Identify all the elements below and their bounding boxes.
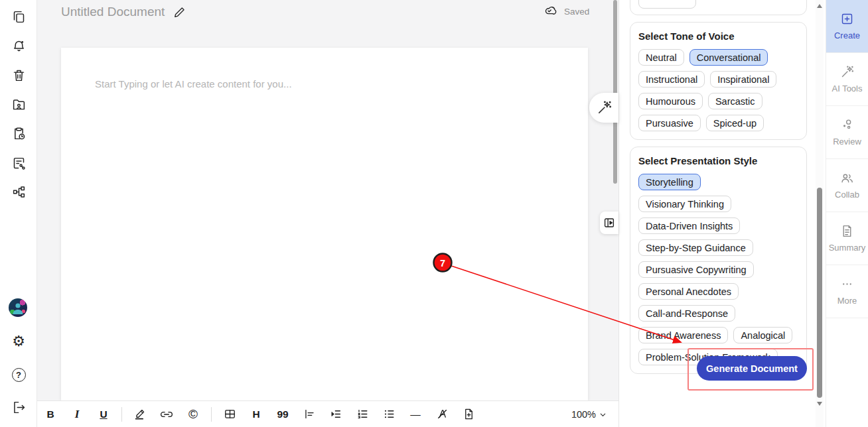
previous-options-card (630, 0, 807, 15)
panel-scrollbar-thumb[interactable] (817, 188, 822, 398)
settings-gear-icon[interactable]: ⚙ (10, 333, 27, 350)
rail-tab-collab[interactable]: Collab (826, 159, 868, 212)
chevron-down-icon (599, 411, 607, 418)
toolbar-divider (121, 407, 122, 422)
tone-chip-conversational[interactable]: Conversational (689, 49, 768, 66)
presentation-style-card: Select Presentation Style Storytelling V… (630, 147, 807, 374)
ai-wand-button[interactable] (589, 93, 618, 123)
generate-document-button[interactable]: Generate Document (697, 356, 807, 381)
tone-card-title: Select Tone of Voice (638, 30, 798, 42)
trash-icon[interactable] (10, 66, 27, 84)
table-button[interactable] (221, 406, 238, 423)
document-workflow-icon[interactable] (10, 154, 27, 172)
rail-tab-create[interactable]: Create (826, 0, 868, 53)
document-options-panel: Select Tone of Voice Neutral Conversatio… (618, 0, 826, 427)
italic-button[interactable]: I (68, 406, 86, 423)
document-title[interactable]: Untitled Document (61, 5, 165, 19)
right-rail: Create AI Tools Review Collab Summary Mo… (826, 0, 868, 427)
panel-toggle-button[interactable] (600, 212, 618, 234)
style-chip-step-by-step-guidance[interactable]: Step-by-Step Guidance (638, 239, 753, 256)
folder-profile-icon[interactable] (10, 96, 27, 113)
style-chip-call-and-response[interactable]: Call-and-Response (638, 305, 735, 322)
indent-button[interactable] (327, 406, 344, 423)
horizontal-rule-button[interactable]: — (407, 406, 424, 423)
app-window: ⚙ ? Untitled Document Saved Start Typing… (0, 0, 868, 427)
highlight-button[interactable] (131, 406, 149, 423)
saved-label: Saved (564, 7, 589, 17)
style-chip-data-driven-insights[interactable]: Data-Driven Insights (638, 217, 740, 234)
copyright-button[interactable]: © (184, 406, 202, 423)
help-icon[interactable]: ? (10, 366, 27, 383)
underline-glyph: U (100, 408, 107, 420)
review-dots-icon (840, 118, 854, 132)
tone-chip-instructional[interactable]: Instructional (638, 71, 705, 88)
style-chip-brand-awareness[interactable]: Brand Awareness (638, 327, 728, 343)
people-icon (840, 171, 854, 185)
bold-button[interactable]: B (42, 406, 59, 423)
style-chip-storytelling[interactable]: Storytelling (638, 174, 701, 190)
logout-icon[interactable] (10, 398, 27, 416)
copyright-glyph: © (188, 407, 198, 422)
magic-wand-icon (840, 65, 854, 79)
style-card-title: Select Presentation Style (638, 155, 798, 166)
underline-button[interactable]: U (95, 406, 112, 423)
main-editor-area: Untitled Document Saved Start Typing or … (37, 0, 618, 427)
bullet-list-button[interactable] (380, 406, 398, 423)
scroll-up-arrow-icon[interactable] (817, 4, 822, 8)
toolbar-divider (211, 407, 212, 422)
style-chip-visionary-thinking[interactable]: Visionary Thinking (638, 196, 731, 212)
rail-tab-more[interactable]: More (826, 265, 868, 318)
align-left-button[interactable] (301, 406, 318, 423)
help-glyph: ? (12, 368, 26, 382)
clear-formatting-button[interactable] (433, 406, 451, 423)
scroll-down-arrow-icon[interactable] (817, 402, 822, 406)
rail-tab-label: More (837, 296, 857, 306)
rail-tab-review[interactable]: Review (826, 106, 868, 159)
rail-tab-label: Create (834, 30, 860, 40)
clipboard-history-icon[interactable] (10, 125, 27, 142)
save-status: Saved (542, 5, 589, 18)
editor-scrollbar[interactable] (613, 0, 617, 184)
rail-tab-ai-tools[interactable]: AI Tools (826, 53, 868, 106)
tone-chip-sarcastic[interactable]: Sarcastic (708, 93, 762, 109)
zoom-level: 100% (571, 409, 596, 420)
bold-glyph: B (46, 408, 54, 420)
style-chip-personal-anecdotes[interactable]: Personal Anecdotes (638, 283, 739, 300)
copy-pages-icon[interactable] (10, 8, 27, 25)
tone-chip-inspirational[interactable]: Inspirational (710, 71, 776, 88)
horizontal-rule-glyph: — (410, 408, 421, 420)
document-canvas[interactable]: Start Typing or let AI create content fo… (61, 48, 588, 400)
sitemap-icon[interactable] (10, 183, 27, 200)
tone-chip-neutral[interactable]: Neutral (638, 49, 684, 66)
heading-button[interactable]: H (248, 406, 265, 423)
rail-tab-label: Collab (835, 190, 859, 200)
rail-tab-label: Summary (829, 243, 866, 253)
zoom-control[interactable]: 100% (571, 401, 607, 427)
summary-document-icon (840, 224, 854, 238)
rail-tab-summary[interactable]: Summary (826, 212, 868, 265)
cloud-check-icon (542, 5, 557, 18)
avatar[interactable] (9, 298, 27, 317)
blockquote-glyph: 99 (277, 408, 288, 420)
link-button[interactable] (158, 406, 175, 423)
tone-chip-spiced-up[interactable]: Spiced-up (706, 115, 764, 131)
gear-glyph: ⚙ (12, 334, 25, 349)
italic-glyph: I (75, 408, 80, 421)
partial-chip[interactable] (638, 0, 696, 9)
insert-file-button[interactable] (460, 406, 477, 423)
panel-scrollbar[interactable] (816, 0, 824, 427)
left-sidebar: ⚙ ? (0, 0, 37, 427)
plus-square-icon (840, 12, 854, 26)
formatting-toolbar: B I U © H 99 (37, 400, 618, 427)
edit-title-pencil-icon[interactable] (173, 6, 186, 19)
blockquote-button[interactable]: 99 (274, 406, 291, 423)
notification-bell-icon[interactable] (10, 37, 27, 54)
style-chip-pursuasive-copywriting[interactable]: Pursuasive Copywriting (638, 261, 754, 278)
heading-glyph: H (252, 408, 259, 420)
ordered-list-button[interactable] (354, 406, 371, 423)
editor-placeholder: Start Typing or let AI create content fo… (95, 78, 292, 90)
style-chip-analogical[interactable]: Analogical (733, 327, 792, 343)
tone-chip-pursuasive[interactable]: Pursuasive (638, 115, 701, 131)
rail-tab-label: AI Tools (832, 84, 862, 93)
tone-chip-humourous[interactable]: Humourous (638, 93, 703, 109)
